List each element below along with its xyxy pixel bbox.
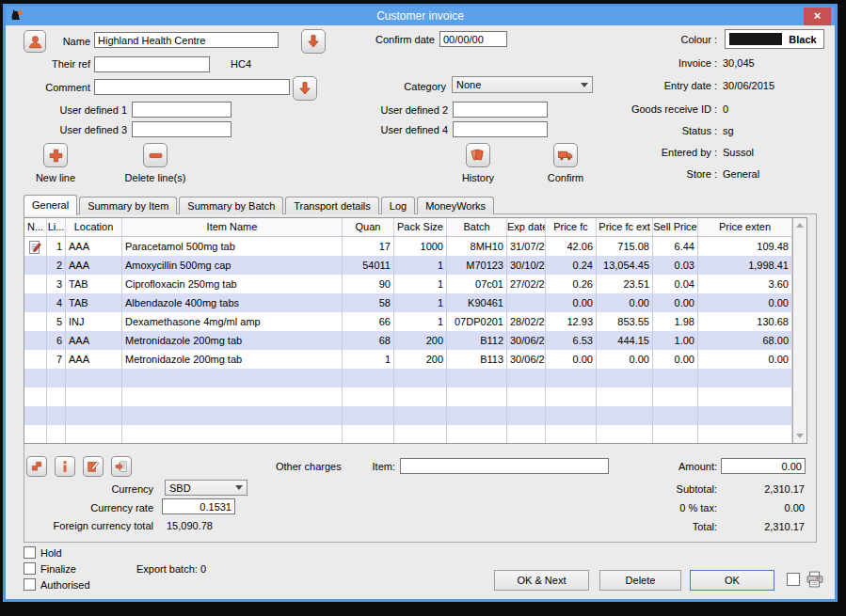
table-row[interactable]: 4 TAB Albendazole 400mg tabs 58 1 K90461… bbox=[24, 293, 792, 312]
col-header-price-exten[interactable]: Price exten bbox=[698, 218, 792, 237]
colour-picker[interactable]: Black bbox=[725, 29, 824, 49]
cell-note bbox=[24, 312, 47, 331]
reorder-lines-button[interactable] bbox=[26, 456, 47, 477]
colour-label: Colour : bbox=[602, 34, 717, 45]
cell-sell-price: 0.03 bbox=[653, 256, 698, 275]
user-defined-4-input[interactable] bbox=[453, 121, 548, 137]
cell-batch bbox=[447, 425, 507, 444]
their-ref-input[interactable] bbox=[94, 56, 210, 72]
ref-code: HC4 bbox=[231, 58, 251, 70]
ok-next-button[interactable]: OK & Next bbox=[494, 570, 589, 591]
col-header-exp-date[interactable]: Exp date bbox=[507, 218, 546, 237]
currency-rate-input[interactable] bbox=[162, 498, 235, 514]
cell-line: 1 bbox=[47, 237, 66, 256]
table-main: N... Li... Location Item Name Quan Pack … bbox=[24, 218, 792, 443]
cell-location: TAB bbox=[66, 275, 122, 293]
new-line-label: New line bbox=[18, 172, 93, 183]
col-header-batch[interactable]: Batch bbox=[447, 218, 507, 237]
hold-checkbox[interactable] bbox=[24, 546, 36, 559]
cell-item-name bbox=[122, 369, 343, 387]
new-line-button[interactable] bbox=[43, 143, 68, 167]
col-header-price-fc[interactable]: Price fc bbox=[546, 218, 597, 237]
colour-swatch bbox=[729, 33, 782, 45]
export-lines-button[interactable] bbox=[111, 456, 132, 477]
cell-sell-price: 1.98 bbox=[653, 312, 698, 331]
table-row[interactable]: 1 AAA Paracetamol 500mg tab 17 1000 8MH1… bbox=[24, 237, 792, 256]
delete-lines-button[interactable] bbox=[143, 143, 168, 167]
history-button[interactable] bbox=[466, 143, 490, 167]
table-row[interactable] bbox=[24, 369, 792, 387]
cell-item-name bbox=[122, 406, 343, 425]
print-checkbox[interactable] bbox=[787, 573, 800, 586]
tab-moneyworks[interactable]: MoneyWorks bbox=[417, 197, 494, 214]
tab-summary-by-item[interactable]: Summary by Item bbox=[79, 197, 177, 214]
cell-price-fc: 0.00 bbox=[546, 293, 597, 312]
cell-price-exten bbox=[698, 369, 792, 387]
col-header-quan[interactable]: Quan bbox=[343, 218, 394, 237]
cell-sell-price: 0.00 bbox=[653, 350, 698, 369]
customer-invoice-window: Customer invoice × Name Their ref HC4 Co… bbox=[0, 0, 846, 616]
cell-exp-date: 31/07/201 bbox=[507, 237, 546, 256]
col-header-note[interactable]: N... bbox=[24, 218, 47, 237]
cell-sell-price bbox=[653, 387, 698, 406]
user-defined-1-input[interactable] bbox=[132, 102, 231, 118]
scroll-up-button[interactable] bbox=[793, 218, 806, 232]
tab-transport-details[interactable]: Transport details bbox=[285, 197, 379, 214]
plus-icon bbox=[48, 148, 64, 164]
triangle-up-icon bbox=[796, 223, 804, 228]
col-header-location[interactable]: Location bbox=[66, 218, 122, 237]
user-defined-2-input[interactable] bbox=[453, 102, 548, 118]
cell-sell-price bbox=[653, 406, 698, 425]
col-header-item-name[interactable]: Item Name bbox=[122, 218, 343, 237]
status-value: sg bbox=[723, 125, 734, 136]
col-header-line[interactable]: Li... bbox=[47, 218, 66, 237]
col-header-sell-price[interactable]: Sell Price bbox=[653, 218, 698, 237]
user-defined-3-input[interactable] bbox=[132, 121, 231, 137]
table-row[interactable]: 6 AAA Metronidazole 200mg tab 68 200 B11… bbox=[24, 331, 792, 350]
comment-expand-button[interactable] bbox=[293, 76, 317, 101]
name-lookup-button[interactable] bbox=[301, 29, 326, 54]
tab-log[interactable]: Log bbox=[381, 197, 415, 214]
table-row[interactable] bbox=[24, 387, 792, 406]
cell-exp-date: 30/10/201 bbox=[507, 256, 546, 275]
printer-icon[interactable] bbox=[806, 570, 824, 592]
tab-general[interactable]: General bbox=[24, 195, 77, 215]
cell-quan: 58 bbox=[343, 293, 394, 312]
delete-button[interactable]: Delete bbox=[599, 570, 681, 591]
confirm-button[interactable] bbox=[553, 143, 578, 167]
cell-note bbox=[24, 406, 47, 425]
cell-line bbox=[47, 425, 66, 444]
col-header-price-fc-ext[interactable]: Price fc ext bbox=[597, 218, 653, 237]
vertical-scrollbar[interactable] bbox=[792, 218, 806, 443]
line-info-button[interactable] bbox=[55, 456, 75, 477]
other-charges-item-input[interactable] bbox=[400, 458, 609, 474]
col-header-pack-size[interactable]: Pack Size bbox=[394, 218, 447, 237]
currency-select[interactable]: SBD bbox=[165, 480, 247, 496]
tab-summary-by-batch[interactable]: Summary by Batch bbox=[179, 197, 283, 214]
table-row[interactable] bbox=[24, 406, 792, 425]
table-row[interactable] bbox=[24, 425, 792, 444]
name-input[interactable] bbox=[94, 32, 279, 48]
table-row[interactable]: 3 TAB Ciprofloxacin 250mg tab 90 1 07c01… bbox=[24, 275, 792, 293]
table-row[interactable]: 5 INJ Dexamethasone 4mg/ml amp 66 1 07DP… bbox=[24, 312, 792, 331]
category-select[interactable]: None bbox=[452, 76, 593, 93]
edit-note-button[interactable] bbox=[83, 456, 104, 477]
cell-item-name: Ciprofloxacin 250mg tab bbox=[122, 275, 343, 293]
table-row[interactable]: 2 AAA Amoxycillin 500mg cap 54011 1 M701… bbox=[24, 256, 792, 275]
cell-note bbox=[24, 293, 47, 312]
table-row[interactable]: 7 AAA Metronidazole 200mg tab 1 200 B113… bbox=[24, 350, 792, 369]
authorised-checkbox[interactable] bbox=[24, 578, 36, 591]
confirm-date-input[interactable] bbox=[439, 31, 507, 47]
subtotal-label: Subtotal: bbox=[649, 483, 717, 495]
amount-input[interactable] bbox=[721, 458, 806, 474]
currency-label: Currency bbox=[85, 483, 153, 495]
entered-by-value: Sussol bbox=[723, 147, 754, 158]
cell-price-fc-ext: 13,054.45 bbox=[597, 256, 653, 275]
cell-pack-size bbox=[394, 425, 447, 444]
ok-button[interactable]: OK bbox=[690, 570, 774, 591]
user-defined-1-label: User defined 1 bbox=[38, 104, 127, 116]
close-button[interactable]: × bbox=[804, 8, 831, 25]
comment-input[interactable] bbox=[94, 79, 290, 95]
finalize-checkbox[interactable] bbox=[24, 562, 36, 575]
scroll-down-button[interactable] bbox=[793, 429, 806, 443]
